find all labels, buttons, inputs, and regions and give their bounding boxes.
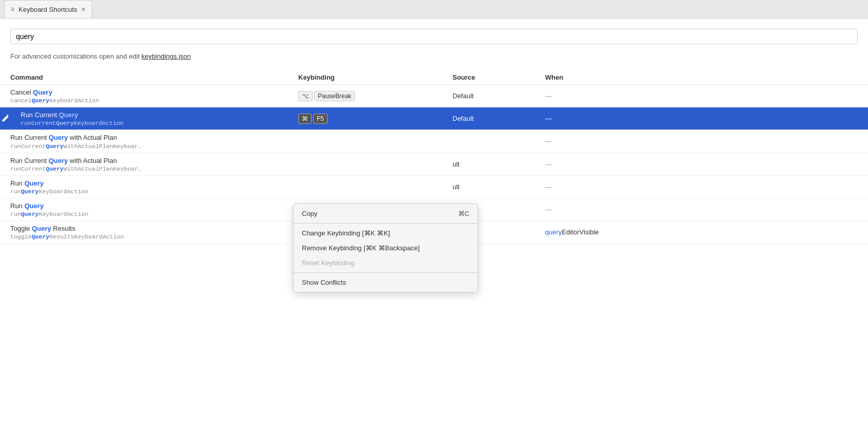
key-badge: ⌥ bbox=[298, 91, 313, 101]
cmd-prefix: Toggle bbox=[10, 225, 32, 232]
context-menu-item-reset-keybinding: Reset Keybinding bbox=[294, 255, 478, 270]
when-cell: — bbox=[535, 153, 868, 175]
table-row[interactable]: Run Current Query runCurrentQueryKeyboar… bbox=[0, 107, 868, 130]
cmd-name: Run Query bbox=[10, 201, 278, 211]
col-header-when: When bbox=[535, 70, 868, 85]
when-text: — bbox=[545, 160, 552, 168]
when-cell: queryEditorVisible bbox=[535, 221, 868, 244]
table-header-row: Command Keybinding Source When bbox=[0, 70, 868, 85]
cmd-name: Toggle Query Results bbox=[10, 224, 278, 233]
context-menu-item-show-conflicts[interactable]: Show Conflicts bbox=[294, 275, 478, 290]
key-group: ⌘ F5 bbox=[298, 114, 432, 124]
context-menu-separator bbox=[294, 223, 478, 224]
keybinding-cell: ⌘ F5 bbox=[288, 107, 442, 130]
keybinding-cell: ⌥ PauseBreak bbox=[288, 85, 442, 107]
source-text: Default bbox=[453, 115, 474, 122]
when-text: — bbox=[545, 206, 552, 213]
info-text-before: For advanced customizations open and edi… bbox=[10, 52, 141, 60]
source-cell bbox=[442, 130, 535, 153]
context-menu-label-reset: Reset Keybinding bbox=[302, 259, 354, 267]
edit-icon bbox=[1, 115, 9, 123]
cmd-id: runCurrentQueryWithActualPlanKeyboar… bbox=[10, 143, 278, 150]
key-badge: ⌘ bbox=[298, 114, 312, 124]
col-header-command: Command bbox=[0, 70, 288, 85]
tab-title: Keyboard Shortcuts bbox=[19, 6, 77, 13]
cmd-name: Cancel Query bbox=[10, 88, 278, 97]
source-cell: ult bbox=[442, 153, 535, 175]
cmd-name: Run Current Query bbox=[10, 111, 278, 120]
cmd-name: Run Current Query with Actual Plan bbox=[10, 156, 278, 166]
source-text: ult bbox=[453, 160, 460, 168]
cmd-cell: Run Current Query with Actual Plan runCu… bbox=[0, 153, 288, 175]
when-cell: — bbox=[535, 130, 868, 153]
cmd-id: cancelQueryKeyboardAction bbox=[10, 97, 278, 104]
cmd-highlight: Query bbox=[59, 111, 78, 119]
cmd-cell: Run Query runQueryKeyboardAction bbox=[0, 198, 288, 220]
when-text: — bbox=[545, 115, 552, 122]
context-menu-label-change: Change Keybinding [⌘K ⌘K] bbox=[302, 229, 390, 237]
tab-bar: ≡ Keyboard Shortcuts × bbox=[0, 0, 868, 19]
cmd-name: Run Query bbox=[10, 179, 278, 188]
tab-close-button[interactable]: × bbox=[81, 5, 85, 13]
context-menu-item-remove-keybinding[interactable]: Remove Keybinding [⌘K ⌘Backspace] bbox=[294, 241, 478, 255]
when-cell: — bbox=[535, 198, 868, 220]
key-badge: F5 bbox=[313, 114, 328, 124]
cmd-id: runCurrentQueryKeyboardAction bbox=[10, 120, 278, 126]
cmd-prefix: Run Current bbox=[10, 157, 48, 164]
context-menu-item-copy[interactable]: Copy ⌘C bbox=[294, 206, 478, 221]
table-row[interactable]: Run Current Query with Actual Plan runCu… bbox=[0, 153, 868, 175]
source-cell: ult bbox=[442, 175, 535, 198]
cmd-cell: Run Query runQueryKeyboardAction bbox=[0, 175, 288, 198]
key-group: ⌥ PauseBreak bbox=[298, 91, 432, 101]
context-menu-item-change-keybinding[interactable]: Change Keybinding [⌘K ⌘K] bbox=[294, 226, 478, 241]
cmd-highlight: Query bbox=[48, 134, 68, 141]
context-menu-label-remove: Remove Keybinding [⌘K ⌘Backspace] bbox=[302, 244, 420, 252]
cmd-highlight: Query bbox=[48, 157, 68, 164]
context-menu-label-copy: Copy bbox=[302, 210, 317, 217]
keybinding-cell bbox=[288, 130, 442, 153]
cmd-id: runCurrentQueryWithActualPlanKeyboar… bbox=[10, 166, 278, 172]
when-text: — bbox=[545, 92, 552, 100]
info-text: For advanced customizations open and edi… bbox=[10, 52, 858, 60]
cmd-name: Run Current Query with Actual Plan bbox=[10, 133, 278, 142]
cmd-cell: Run Current Query with Actual Plan runCu… bbox=[0, 130, 288, 153]
context-menu-label-conflicts: Show Conflicts bbox=[302, 279, 346, 286]
when-cell: — bbox=[535, 107, 868, 130]
cmd-prefix: Run bbox=[10, 179, 24, 187]
cmd-prefix: Run Current bbox=[10, 134, 48, 141]
table-row[interactable]: Run Current Query with Actual Plan runCu… bbox=[0, 130, 868, 153]
cmd-highlight: Query bbox=[24, 179, 44, 187]
keybindings-json-link[interactable]: keybindings.json bbox=[141, 52, 191, 60]
cmd-cell: Toggle Query Results toggleQueryResultsK… bbox=[0, 221, 288, 244]
when-text: — bbox=[545, 137, 552, 145]
tab-icon: ≡ bbox=[11, 6, 14, 13]
source-cell: Default bbox=[442, 107, 535, 130]
col-header-keybinding: Keybinding bbox=[288, 70, 442, 85]
cmd-prefix: Run Current bbox=[21, 111, 59, 119]
cmd-id: runQueryKeyboardAction bbox=[10, 211, 278, 217]
when-cell: — bbox=[535, 175, 868, 198]
col-header-source: Source bbox=[442, 70, 535, 85]
cmd-highlight: Query bbox=[32, 225, 51, 232]
cmd-cell: Cancel Query cancelQueryKeyboardAction bbox=[0, 85, 288, 107]
context-menu: Copy ⌘C Change Keybinding [⌘K ⌘K] Remove… bbox=[293, 204, 478, 292]
table-row[interactable]: Cancel Query cancelQueryKeyboardAction ⌥… bbox=[0, 85, 868, 107]
context-menu-separator-2 bbox=[294, 272, 478, 273]
when-text: queryEditorVisible bbox=[545, 228, 599, 236]
cmd-cell: Run Current Query runCurrentQueryKeyboar… bbox=[0, 107, 288, 130]
main-panel: For advanced customizations open and edi… bbox=[0, 19, 868, 441]
cmd-prefix: Run bbox=[10, 202, 24, 210]
when-text: — bbox=[545, 183, 552, 191]
cmd-id: toggleQueryResultsKeyboardAction bbox=[10, 233, 278, 240]
cmd-highlight: Query bbox=[33, 88, 52, 96]
keyboard-shortcuts-tab[interactable]: ≡ Keyboard Shortcuts × bbox=[4, 0, 92, 18]
keybinding-cell bbox=[288, 175, 442, 198]
source-text: ult bbox=[453, 183, 460, 191]
search-input[interactable] bbox=[10, 29, 858, 44]
cmd-prefix: Cancel bbox=[10, 88, 33, 96]
table-row[interactable]: Run Query runQueryKeyboardAction ult — bbox=[0, 175, 868, 198]
keybinding-cell bbox=[288, 153, 442, 175]
source-cell: Default bbox=[442, 85, 535, 107]
cmd-id: runQueryKeyboardAction bbox=[10, 188, 278, 195]
key-badge: PauseBreak bbox=[314, 91, 355, 101]
